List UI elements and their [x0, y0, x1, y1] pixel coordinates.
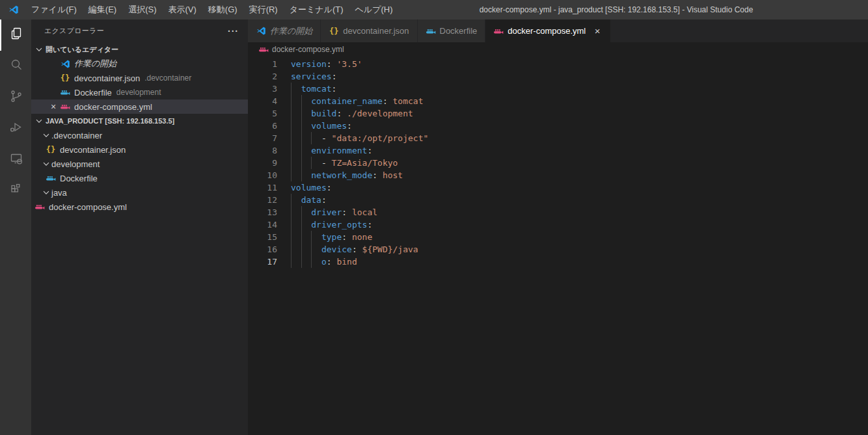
- breadcrumb[interactable]: docker-compose.yml: [248, 42, 868, 57]
- activity-bar: [0, 20, 31, 435]
- code-line-11[interactable]: 11volumes:: [248, 181, 868, 194]
- menu-go-button[interactable]: 移動(G): [202, 0, 243, 20]
- indent-guide: [291, 169, 311, 181]
- menu-help-button[interactable]: ヘルプ(H): [349, 0, 399, 20]
- activity-remote-explorer-button[interactable]: [0, 144, 31, 176]
- code-line-8[interactable]: 8environment:: [248, 144, 868, 157]
- tab-label: Dockerfile: [440, 26, 478, 36]
- token: :: [332, 84, 337, 94]
- more-actions-button[interactable]: ···: [228, 26, 239, 36]
- open-editor-devcontainer.json[interactable]: {}devcontainer.json.devcontainer: [31, 71, 248, 85]
- open-editor-Dockerfile[interactable]: Dockerfiledevelopment: [31, 85, 248, 99]
- close-editor-button[interactable]: ×: [48, 99, 59, 114]
- token: :: [352, 244, 362, 254]
- token: :: [321, 195, 327, 205]
- tab-devcontainer.json[interactable]: {}devcontainer.json: [321, 20, 417, 42]
- code-line-6[interactable]: 6volumes:: [248, 120, 868, 132]
- token: host: [383, 170, 403, 180]
- code-line-14[interactable]: 14driver_opts:: [248, 218, 868, 231]
- code-text: device: ${PWD}/java: [291, 243, 418, 256]
- search-icon: [8, 57, 24, 75]
- activity-search-button[interactable]: [0, 51, 31, 82]
- menu-terminal-button[interactable]: ターミナル(T): [284, 0, 349, 20]
- menu-view-button[interactable]: 表示(V): [163, 0, 202, 20]
- code-line-9[interactable]: 9- TZ=Asia/Tokyo: [248, 157, 868, 169]
- tree-item-devcontainer.json[interactable]: {}devcontainer.json: [31, 142, 248, 157]
- code-line-2[interactable]: 2services:: [248, 70, 868, 83]
- code-text: services:: [291, 70, 336, 83]
- tree-item-Dockerfile[interactable]: Dockerfile: [31, 171, 248, 185]
- vscode-logo-icon: [8, 5, 19, 15]
- tree-item-label: .devcontainer: [51, 131, 102, 140]
- vscode-logo-icon: [60, 59, 70, 69]
- docker-pink-icon: [493, 26, 504, 36]
- activity-source-control-button[interactable]: [0, 82, 31, 113]
- menu-file-button[interactable]: ファイル(F): [25, 0, 83, 20]
- open-editor-作業の開始[interactable]: 作業の開始: [31, 57, 248, 71]
- open-editor-docker-compose.yml[interactable]: ×docker-compose.yml: [31, 99, 248, 114]
- token: :: [327, 59, 337, 69]
- tab-Dockerfile[interactable]: Dockerfile: [418, 20, 486, 42]
- chevron-down-icon: [34, 44, 44, 55]
- token: services: [291, 72, 332, 81]
- breadcrumb-item: docker-compose.yml: [272, 45, 344, 54]
- line-number: 3: [248, 83, 277, 95]
- window-title: docker-compose.yml - java_product [SSH: …: [480, 0, 753, 20]
- line-number: 4: [248, 95, 277, 107]
- menu-edit-button[interactable]: 編集(E): [83, 0, 122, 20]
- docker-blue-icon: [60, 87, 70, 98]
- token: data: [301, 195, 321, 205]
- line-number: 8: [248, 144, 277, 157]
- token: tomcat: [393, 96, 424, 106]
- open-editor-label: docker-compose.yml: [74, 102, 152, 112]
- code-line-15[interactable]: 15type: none: [248, 231, 868, 243]
- menu-bar: ファイル(F)編集(E)選択(S)表示(V)移動(G)実行(R)ターミナル(T)…: [25, 0, 398, 20]
- code-text: o: bind: [291, 256, 357, 268]
- line-number: 15: [248, 231, 277, 243]
- code-line-13[interactable]: 13driver: local: [248, 206, 868, 218]
- code-line-10[interactable]: 10network_mode: host: [248, 169, 868, 181]
- open-editor-label: devcontainer.json: [74, 73, 140, 83]
- token: '3.5': [336, 59, 362, 69]
- tree-item-development[interactable]: development: [31, 157, 248, 171]
- activity-explorer-button[interactable]: [0, 20, 31, 51]
- tree-item-.devcontainer[interactable]: .devcontainer: [31, 128, 248, 142]
- line-number: 11: [248, 181, 277, 194]
- token: :: [342, 232, 352, 242]
- open-editor-label: Dockerfile: [74, 88, 112, 98]
- docker-pink-icon: [34, 202, 45, 212]
- code-line-1[interactable]: 1version: '3.5': [248, 58, 868, 70]
- tab-label: docker-compose.yml: [508, 26, 586, 36]
- workspace-section-header[interactable]: JAVA_PRODUCT [SSH: 192.168.153.5]: [31, 114, 248, 128]
- open-editors-section-header[interactable]: 開いているエディター: [31, 42, 248, 57]
- tree-item-java[interactable]: java: [31, 185, 248, 200]
- menu-run-button[interactable]: 実行(R): [243, 0, 284, 20]
- code-line-3[interactable]: 3tomcat:: [248, 83, 868, 95]
- code-line-7[interactable]: 7- "data:/opt/project": [248, 132, 868, 144]
- code-line-4[interactable]: 4container_name: tomcat: [248, 95, 868, 107]
- code-text: - "data:/opt/project": [291, 132, 428, 144]
- menu-selection-button[interactable]: 選択(S): [122, 0, 162, 20]
- code-line-12[interactable]: 12data:: [248, 194, 868, 206]
- code-line-5[interactable]: 5build: ./development: [248, 107, 868, 120]
- open-editors-label: 開いているエディター: [46, 45, 118, 55]
- activity-run-debug-button[interactable]: [0, 113, 31, 144]
- tab-docker-compose.yml[interactable]: docker-compose.yml×: [485, 20, 611, 42]
- line-number: 1: [248, 58, 277, 70]
- line-number: 6: [248, 120, 277, 132]
- indent-guide: [291, 107, 311, 120]
- chevron-down-icon: [34, 116, 44, 126]
- line-number: 17: [248, 256, 277, 268]
- indent-guide: [291, 218, 311, 231]
- code-line-17[interactable]: 17o: bind: [248, 256, 868, 268]
- indent-guide: [291, 157, 321, 169]
- line-number: 10: [248, 169, 277, 181]
- json-icon: {}: [329, 26, 339, 36]
- activity-extensions-button[interactable]: [0, 176, 31, 207]
- indent-guide: [291, 144, 311, 157]
- close-tab-button[interactable]: ×: [592, 25, 603, 36]
- code-editor[interactable]: 1version: '3.5'2services:3tomcat:4contai…: [248, 57, 868, 435]
- tree-item-docker-compose.yml[interactable]: docker-compose.yml: [31, 200, 248, 214]
- code-line-16[interactable]: 16device: ${PWD}/java: [248, 243, 868, 256]
- tab-作業の開始[interactable]: 作業の開始: [248, 20, 321, 42]
